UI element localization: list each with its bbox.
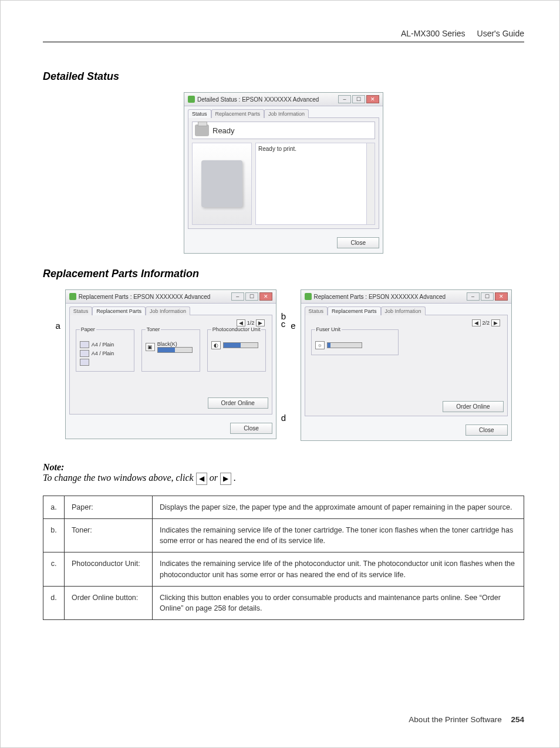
def-key: d. (43, 586, 65, 619)
tray2-label: A4 / Plain (92, 351, 114, 356)
def-key: b. (43, 519, 65, 552)
note-block: Note: To change the two windows above, c… (43, 462, 524, 485)
tab-replacement[interactable]: Replacement Parts (92, 306, 146, 315)
def-name: Order Online button: (65, 586, 153, 619)
window-title: Replacement Parts : EPSON XXXXXXX Advanc… (79, 294, 229, 300)
table-row: d.Order Online button:Clicking this butt… (43, 586, 524, 619)
tabs: StatusReplacement PartsJob Information (184, 106, 383, 117)
status-ready-row: Ready (192, 122, 375, 139)
tab-status[interactable]: Status (69, 306, 93, 315)
page-indicator: 1/2 (247, 320, 255, 326)
ready-label: Ready (212, 126, 235, 135)
page-header: AL-MX300 Series User's Guide (43, 29, 524, 42)
maximize-button[interactable]: ☐ (245, 292, 258, 301)
app-icon (69, 293, 76, 300)
minimize-button[interactable]: – (231, 292, 244, 301)
callout-d: d (281, 413, 286, 422)
prev-nav-icon: ◀ (196, 473, 207, 485)
fuser-icon: ☼ (315, 341, 325, 349)
def-name: Toner: (65, 519, 153, 552)
table-row: b.Toner:Indicates the remaining service … (43, 519, 524, 552)
tray-icon (80, 341, 89, 348)
printer-icon (195, 124, 209, 136)
detailed-status-window: Detailed Status : EPSON XXXXXXX Advanced… (184, 92, 383, 254)
group-fuser: Fuser Unit ☼ (311, 329, 399, 355)
callout-a: a (55, 289, 60, 330)
callout-c: c (281, 319, 286, 328)
group-fuser-label: Fuser Unit (315, 326, 342, 332)
def-desc: Clicking this button enables you to orde… (153, 586, 524, 619)
next-page-button[interactable]: ▶ (256, 319, 265, 326)
tab-job[interactable]: Job Information (381, 306, 426, 315)
printer-illustration (192, 143, 252, 225)
def-key: c. (43, 552, 65, 586)
page-footer: About the Printer Software 254 (409, 715, 524, 724)
scrollbar[interactable] (366, 143, 375, 224)
status-message: Ready to print. (258, 146, 296, 152)
note-or: or (210, 473, 220, 483)
group-toner-label: Toner (146, 326, 161, 332)
def-desc: Indicates the remaining service life of … (153, 519, 524, 552)
tab-job[interactable]: Job Information (146, 306, 190, 315)
next-nav-icon: ▶ (220, 473, 231, 485)
close-button[interactable]: Close (230, 423, 272, 434)
window-title: Detailed Status : EPSON XXXXXXX Advanced (197, 96, 336, 103)
tray-icon (80, 350, 89, 357)
section-replacement-parts: Replacement Parts Information (43, 268, 524, 280)
app-icon (188, 96, 195, 103)
note-body-after: . (234, 473, 236, 483)
group-photoconductor-label: Photoconductor Unit (211, 326, 262, 332)
def-desc: Indicates the remaining service life of … (153, 552, 524, 586)
tray-icon (80, 359, 89, 366)
app-icon (305, 293, 312, 300)
tab-replacement[interactable]: Replacement Parts (211, 109, 265, 118)
toner-icon: ▣ (146, 343, 155, 351)
close-button[interactable]: Close (337, 237, 379, 248)
photoconductor-icon: ◐ (211, 341, 221, 349)
group-paper-label: Paper (80, 326, 96, 332)
table-row: a.Paper:Displays the paper size, the pap… (43, 496, 524, 519)
toner-level-bar (157, 347, 193, 353)
def-key: a. (43, 496, 65, 519)
table-row: c.Photoconductor Unit:Indicates the rema… (43, 552, 524, 586)
note-label: Note: (43, 462, 524, 473)
close-button[interactable]: Close (465, 424, 508, 436)
close-window-button[interactable]: ✕ (495, 292, 508, 301)
replacement-parts-window-2: Replacement Parts : EPSON XXXXXXX Advanc… (301, 289, 512, 441)
page-indicator: 2/2 (482, 320, 490, 326)
callout-e: e (291, 289, 295, 330)
tab-replacement[interactable]: Replacement Parts (328, 306, 381, 315)
maximize-button[interactable]: ☐ (352, 95, 365, 103)
prev-page-button[interactable]: ◀ (472, 319, 481, 326)
order-online-button[interactable]: Order Online (443, 401, 503, 412)
definitions-table: a.Paper:Displays the paper size, the pap… (43, 496, 524, 620)
page-number: 254 (511, 715, 524, 724)
group-photoconductor: Photoconductor Unit ◐ (207, 329, 266, 372)
tray1-label: A4 / Plain (92, 342, 114, 348)
order-online-button[interactable]: Order Online (208, 397, 268, 409)
chapter-name: About the Printer Software (409, 715, 501, 724)
tab-job[interactable]: Job Information (264, 109, 309, 118)
close-window-button[interactable]: ✕ (259, 292, 272, 301)
photoconductor-level-bar (223, 342, 258, 348)
tab-status[interactable]: Status (188, 109, 211, 118)
def-name: Paper: (65, 496, 153, 519)
product-name: AL-MX300 Series (401, 29, 465, 38)
def-name: Photoconductor Unit: (65, 552, 153, 586)
minimize-button[interactable]: – (467, 292, 480, 301)
message-area: Ready to print. (255, 143, 375, 225)
window-title: Replacement Parts : EPSON XXXXXXX Advanc… (314, 294, 464, 300)
guide-name: User's Guide (477, 29, 524, 38)
group-paper: Paper A4 / Plain A4 / Plain (76, 329, 134, 372)
note-body-before: To change the two windows above, click (43, 473, 196, 483)
next-page-button[interactable]: ▶ (491, 319, 500, 326)
group-toner: Toner ▣ Black(K) (141, 329, 200, 372)
def-desc: Displays the paper size, the paper type … (153, 496, 524, 519)
prev-page-button[interactable]: ◀ (237, 319, 245, 326)
close-window-button[interactable]: ✕ (366, 95, 379, 103)
tab-status[interactable]: Status (305, 306, 328, 315)
toner-black-label: Black(K) (157, 341, 193, 347)
minimize-button[interactable]: – (338, 95, 351, 103)
maximize-button[interactable]: ☐ (481, 292, 494, 301)
replacement-parts-window-1: Replacement Parts : EPSON XXXXXXX Advanc… (65, 289, 276, 439)
